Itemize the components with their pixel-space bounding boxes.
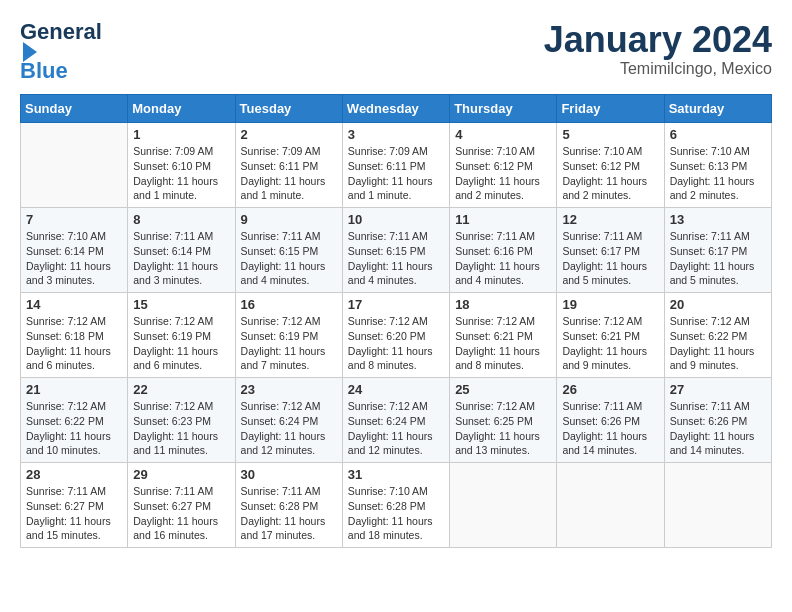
- calendar-cell: [664, 463, 771, 548]
- day-info: Sunrise: 7:09 AM Sunset: 6:11 PM Dayligh…: [241, 144, 337, 203]
- day-info: Sunrise: 7:12 AM Sunset: 6:19 PM Dayligh…: [241, 314, 337, 373]
- day-info: Sunrise: 7:10 AM Sunset: 6:12 PM Dayligh…: [455, 144, 551, 203]
- day-number: 23: [241, 382, 337, 397]
- calendar-cell: 15Sunrise: 7:12 AM Sunset: 6:19 PM Dayli…: [128, 293, 235, 378]
- column-header-sunday: Sunday: [21, 95, 128, 123]
- day-number: 5: [562, 127, 658, 142]
- day-number: 21: [26, 382, 122, 397]
- calendar-cell: 28Sunrise: 7:11 AM Sunset: 6:27 PM Dayli…: [21, 463, 128, 548]
- day-number: 22: [133, 382, 229, 397]
- day-number: 2: [241, 127, 337, 142]
- title-block: January 2024 Temimilcingo, Mexico: [544, 20, 772, 78]
- calendar-cell: 18Sunrise: 7:12 AM Sunset: 6:21 PM Dayli…: [450, 293, 557, 378]
- day-info: Sunrise: 7:12 AM Sunset: 6:22 PM Dayligh…: [670, 314, 766, 373]
- day-number: 9: [241, 212, 337, 227]
- week-row-4: 21Sunrise: 7:12 AM Sunset: 6:22 PM Dayli…: [21, 378, 772, 463]
- calendar-cell: 30Sunrise: 7:11 AM Sunset: 6:28 PM Dayli…: [235, 463, 342, 548]
- day-info: Sunrise: 7:12 AM Sunset: 6:21 PM Dayligh…: [562, 314, 658, 373]
- day-number: 30: [241, 467, 337, 482]
- calendar-cell: 9Sunrise: 7:11 AM Sunset: 6:15 PM Daylig…: [235, 208, 342, 293]
- day-number: 8: [133, 212, 229, 227]
- calendar-cell: 12Sunrise: 7:11 AM Sunset: 6:17 PM Dayli…: [557, 208, 664, 293]
- calendar-body: 1Sunrise: 7:09 AM Sunset: 6:10 PM Daylig…: [21, 123, 772, 548]
- day-number: 27: [670, 382, 766, 397]
- calendar-cell: 5Sunrise: 7:10 AM Sunset: 6:12 PM Daylig…: [557, 123, 664, 208]
- day-info: Sunrise: 7:09 AM Sunset: 6:11 PM Dayligh…: [348, 144, 444, 203]
- day-number: 3: [348, 127, 444, 142]
- calendar-cell: 6Sunrise: 7:10 AM Sunset: 6:13 PM Daylig…: [664, 123, 771, 208]
- column-header-monday: Monday: [128, 95, 235, 123]
- day-info: Sunrise: 7:12 AM Sunset: 6:19 PM Dayligh…: [133, 314, 229, 373]
- calendar-cell: 25Sunrise: 7:12 AM Sunset: 6:25 PM Dayli…: [450, 378, 557, 463]
- day-info: Sunrise: 7:11 AM Sunset: 6:28 PM Dayligh…: [241, 484, 337, 543]
- day-info: Sunrise: 7:12 AM Sunset: 6:22 PM Dayligh…: [26, 399, 122, 458]
- logo-text: General: [20, 20, 102, 62]
- calendar-cell: 1Sunrise: 7:09 AM Sunset: 6:10 PM Daylig…: [128, 123, 235, 208]
- day-number: 29: [133, 467, 229, 482]
- day-info: Sunrise: 7:10 AM Sunset: 6:14 PM Dayligh…: [26, 229, 122, 288]
- day-number: 11: [455, 212, 551, 227]
- day-info: Sunrise: 7:12 AM Sunset: 6:20 PM Dayligh…: [348, 314, 444, 373]
- day-number: 13: [670, 212, 766, 227]
- calendar-cell: 31Sunrise: 7:10 AM Sunset: 6:28 PM Dayli…: [342, 463, 449, 548]
- day-info: Sunrise: 7:12 AM Sunset: 6:21 PM Dayligh…: [455, 314, 551, 373]
- day-info: Sunrise: 7:11 AM Sunset: 6:15 PM Dayligh…: [348, 229, 444, 288]
- day-number: 31: [348, 467, 444, 482]
- day-info: Sunrise: 7:12 AM Sunset: 6:24 PM Dayligh…: [241, 399, 337, 458]
- calendar-cell: 29Sunrise: 7:11 AM Sunset: 6:27 PM Dayli…: [128, 463, 235, 548]
- day-info: Sunrise: 7:11 AM Sunset: 6:16 PM Dayligh…: [455, 229, 551, 288]
- day-info: Sunrise: 7:10 AM Sunset: 6:13 PM Dayligh…: [670, 144, 766, 203]
- day-info: Sunrise: 7:12 AM Sunset: 6:23 PM Dayligh…: [133, 399, 229, 458]
- day-number: 15: [133, 297, 229, 312]
- week-row-1: 1Sunrise: 7:09 AM Sunset: 6:10 PM Daylig…: [21, 123, 772, 208]
- day-number: 1: [133, 127, 229, 142]
- calendar-cell: 20Sunrise: 7:12 AM Sunset: 6:22 PM Dayli…: [664, 293, 771, 378]
- month-title: January 2024: [544, 20, 772, 60]
- column-header-wednesday: Wednesday: [342, 95, 449, 123]
- day-info: Sunrise: 7:11 AM Sunset: 6:26 PM Dayligh…: [562, 399, 658, 458]
- calendar-cell: 2Sunrise: 7:09 AM Sunset: 6:11 PM Daylig…: [235, 123, 342, 208]
- column-header-tuesday: Tuesday: [235, 95, 342, 123]
- week-row-3: 14Sunrise: 7:12 AM Sunset: 6:18 PM Dayli…: [21, 293, 772, 378]
- day-info: Sunrise: 7:11 AM Sunset: 6:17 PM Dayligh…: [562, 229, 658, 288]
- calendar-cell: 14Sunrise: 7:12 AM Sunset: 6:18 PM Dayli…: [21, 293, 128, 378]
- week-row-5: 28Sunrise: 7:11 AM Sunset: 6:27 PM Dayli…: [21, 463, 772, 548]
- day-number: 18: [455, 297, 551, 312]
- day-info: Sunrise: 7:10 AM Sunset: 6:28 PM Dayligh…: [348, 484, 444, 543]
- day-number: 24: [348, 382, 444, 397]
- calendar-cell: 4Sunrise: 7:10 AM Sunset: 6:12 PM Daylig…: [450, 123, 557, 208]
- calendar-cell: 11Sunrise: 7:11 AM Sunset: 6:16 PM Dayli…: [450, 208, 557, 293]
- day-info: Sunrise: 7:12 AM Sunset: 6:24 PM Dayligh…: [348, 399, 444, 458]
- page-header: General Blue January 2024 Temimilcingo, …: [20, 20, 772, 84]
- calendar-cell: 17Sunrise: 7:12 AM Sunset: 6:20 PM Dayli…: [342, 293, 449, 378]
- day-info: Sunrise: 7:11 AM Sunset: 6:14 PM Dayligh…: [133, 229, 229, 288]
- day-number: 12: [562, 212, 658, 227]
- calendar-cell: 21Sunrise: 7:12 AM Sunset: 6:22 PM Dayli…: [21, 378, 128, 463]
- calendar-cell: 22Sunrise: 7:12 AM Sunset: 6:23 PM Dayli…: [128, 378, 235, 463]
- day-info: Sunrise: 7:11 AM Sunset: 6:26 PM Dayligh…: [670, 399, 766, 458]
- calendar-table: SundayMondayTuesdayWednesdayThursdayFrid…: [20, 94, 772, 548]
- day-number: 20: [670, 297, 766, 312]
- day-info: Sunrise: 7:12 AM Sunset: 6:25 PM Dayligh…: [455, 399, 551, 458]
- calendar-cell: [557, 463, 664, 548]
- calendar-cell: [21, 123, 128, 208]
- logo: General Blue: [20, 20, 102, 84]
- column-header-thursday: Thursday: [450, 95, 557, 123]
- day-number: 4: [455, 127, 551, 142]
- day-info: Sunrise: 7:09 AM Sunset: 6:10 PM Dayligh…: [133, 144, 229, 203]
- day-info: Sunrise: 7:12 AM Sunset: 6:18 PM Dayligh…: [26, 314, 122, 373]
- day-number: 28: [26, 467, 122, 482]
- calendar-cell: 7Sunrise: 7:10 AM Sunset: 6:14 PM Daylig…: [21, 208, 128, 293]
- location-title: Temimilcingo, Mexico: [544, 60, 772, 78]
- calendar-cell: 19Sunrise: 7:12 AM Sunset: 6:21 PM Dayli…: [557, 293, 664, 378]
- day-number: 26: [562, 382, 658, 397]
- column-header-friday: Friday: [557, 95, 664, 123]
- day-number: 19: [562, 297, 658, 312]
- day-number: 14: [26, 297, 122, 312]
- calendar-cell: 16Sunrise: 7:12 AM Sunset: 6:19 PM Dayli…: [235, 293, 342, 378]
- calendar-cell: 13Sunrise: 7:11 AM Sunset: 6:17 PM Dayli…: [664, 208, 771, 293]
- calendar-cell: 27Sunrise: 7:11 AM Sunset: 6:26 PM Dayli…: [664, 378, 771, 463]
- column-header-saturday: Saturday: [664, 95, 771, 123]
- day-number: 10: [348, 212, 444, 227]
- day-info: Sunrise: 7:11 AM Sunset: 6:17 PM Dayligh…: [670, 229, 766, 288]
